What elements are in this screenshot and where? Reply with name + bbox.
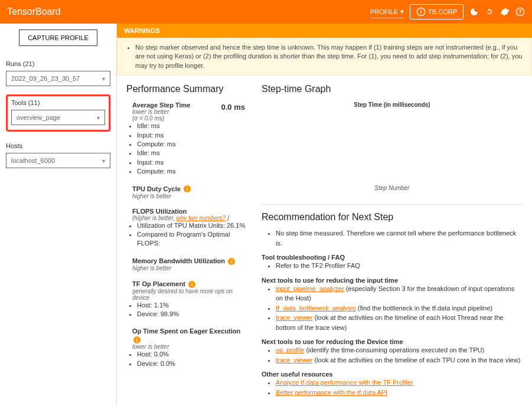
- mem-title: Memory Bandwidth Utilization: [132, 257, 225, 264]
- hosts-selected: localhost_6000: [11, 157, 55, 164]
- recommendation-section: Recommendation for Next Step No step tim…: [262, 204, 523, 397]
- eager-title: Op Time Spent on Eager Execution: [132, 328, 240, 335]
- rec-item: trace_viewer (look at the activities on …: [276, 313, 523, 332]
- input-pipeline-analyzer-link[interactable]: input_pipeline_analyzer: [276, 285, 344, 292]
- trace-viewer-link[interactable]: trace_viewer: [276, 314, 312, 321]
- hosts-label: Hosts: [6, 142, 110, 149]
- warning-item: No step marker observed and hence the st…: [135, 43, 526, 70]
- hosts-select[interactable]: localhost_6000 ▾: [6, 153, 110, 168]
- perf-title: Performance Summary: [126, 84, 250, 94]
- caret-down-icon: ▾: [102, 158, 105, 164]
- metric-item: Compute: ms: [137, 140, 250, 149]
- warnings-heading: WARNINGS: [117, 24, 532, 38]
- tpu-duty-block: TPU Duty Cycle i higher is better: [126, 185, 250, 199]
- avg-step-sigma: (σ = 0.0 ms): [132, 115, 190, 122]
- tpu-duty-sub: higher is better: [132, 193, 250, 199]
- flops-block: FLOPS Utilization (higher is better, why…: [126, 208, 250, 248]
- rec-title: Recommendation for Next Step: [262, 212, 523, 222]
- tbcorp-label: TB.CORP: [428, 8, 457, 15]
- header-right: PROFILE ▾ TB.CORP: [370, 4, 525, 19]
- mode-select-label: PROFILE: [370, 8, 398, 15]
- rec-item: Analyze tf.data performance with the TF …: [276, 378, 523, 388]
- rec-item: tf_data_bottleneck_analysis (find the bo…: [276, 303, 523, 313]
- why-two-numbers-link[interactable]: why two numbers?: [176, 215, 225, 221]
- mode-select[interactable]: PROFILE ▾: [370, 5, 404, 18]
- other-resources-heading: Other useful resources: [262, 371, 523, 378]
- metric-item: Utilization of TPU Matrix Units: 26.1%: [137, 221, 250, 230]
- sidebar: CAPTURE PROFILE Runs (21) 2022_09_26_23_…: [0, 24, 117, 406]
- faq-heading: Tool troubleshooting / FAQ: [262, 254, 523, 261]
- metric-item: Input: ms: [137, 131, 250, 140]
- flops-title: FLOPS Utilization: [132, 208, 250, 215]
- capture-profile-button[interactable]: CAPTURE PROFILE: [19, 30, 97, 46]
- runs-select[interactable]: 2022_09_26_23_30_57 ▾: [6, 71, 110, 86]
- mem-bw-block: Memory Bandwidth Utilization i higher is…: [126, 257, 250, 271]
- help-icon[interactable]: [515, 7, 525, 17]
- tools-label: Tools (11): [11, 99, 105, 106]
- runs-selected: 2022_09_26_23_30_57: [11, 75, 80, 82]
- tools-select[interactable]: overview_page ▾: [11, 110, 105, 125]
- metric-item: Device: 0.0%: [137, 359, 250, 368]
- avg-step-title: Average Step Time: [132, 102, 190, 109]
- tbcorp-button[interactable]: TB.CORP: [410, 4, 464, 19]
- svg-point-4: [520, 14, 520, 14]
- step-time-chart: Step Time (in milliseconds) Step Number: [262, 102, 523, 202]
- theme-toggle-icon[interactable]: [469, 7, 479, 17]
- performance-summary: Performance Summary Average Step Time lo…: [117, 76, 256, 405]
- metric-item: Input: ms: [137, 158, 250, 167]
- faq-item: Refer to the TF2 Profiler FAQ: [276, 261, 523, 271]
- refresh-icon[interactable]: [485, 7, 494, 17]
- metric-item: Host: 1.1%: [137, 301, 250, 310]
- chart-xlabel: Step Number: [262, 185, 523, 191]
- rec-bullet: No step time measured. Therefore we cann…: [276, 228, 523, 248]
- tfop-title: TF Op Placement: [132, 280, 185, 287]
- avg-step-sub: lower is better: [132, 109, 190, 115]
- avg-step-value: 0.0 ms: [221, 103, 245, 112]
- rec-item: Better performance with the tf.data API: [276, 388, 523, 398]
- eager-sub: lower is better: [132, 343, 250, 350]
- metric-item: Host: 0.0%: [137, 350, 250, 359]
- caret-down-icon: ▾: [102, 76, 105, 82]
- step-graph-title: Step-time Graph: [262, 84, 523, 94]
- trace-viewer-link[interactable]: trace_viewer: [276, 356, 312, 364]
- flops-sub: (higher is better, why two numbers? ): [132, 215, 250, 221]
- svg-point-2: [420, 9, 422, 11]
- settings-icon[interactable]: [500, 7, 510, 17]
- metric-item: Idle: ms: [137, 122, 250, 130]
- info-icon[interactable]: i: [188, 281, 195, 288]
- info-icon[interactable]: i: [133, 336, 141, 343]
- caret-down-icon: ▾: [400, 8, 404, 15]
- app-header: TensorBoard PROFILE ▾ TB.CORP: [0, 0, 532, 24]
- rec-item: op_profile (identify the time-consuming …: [276, 345, 523, 355]
- info-icon[interactable]: i: [228, 258, 235, 265]
- caret-down-icon: ▾: [97, 114, 100, 121]
- metric-item: Compute: ms: [137, 167, 250, 176]
- rec-item: trace_viewer (look at the activities on …: [276, 355, 523, 365]
- avg-step-time-block: Average Step Time lower is better (σ = 0…: [126, 102, 250, 176]
- info-icon: [416, 7, 426, 17]
- info-icon[interactable]: i: [184, 185, 191, 192]
- main-content: WARNINGS No step marker observed and hen…: [117, 24, 532, 406]
- runs-label: Runs (21): [6, 60, 110, 67]
- device-tools-heading: Next tools to use for reducing the Devic…: [262, 338, 523, 345]
- mem-sub: higher is better: [132, 265, 250, 271]
- analyze-tfdata-link[interactable]: Analyze tf.data performance with the TF …: [276, 379, 413, 386]
- rec-item: input_pipeline_analyzer (especially Sect…: [276, 284, 523, 303]
- tools-group-highlight: Tools (11) overview_page ▾: [6, 94, 110, 132]
- chart-inner-title: Step Time (in milliseconds): [262, 102, 523, 108]
- warnings-body: No step marker observed and hence the st…: [117, 38, 532, 76]
- metric-item: Idle: ms: [137, 149, 250, 158]
- input-tools-heading: Next tools to use for reducing the input…: [262, 277, 523, 284]
- eager-block: Op Time Spent on Eager Execution i lower…: [126, 327, 250, 368]
- op-profile-link[interactable]: op_profile: [276, 346, 304, 353]
- tools-selected: overview_page: [17, 114, 60, 121]
- metric-item: Compared to Program's Optimal FLOPS:: [137, 230, 250, 248]
- tf-data-bottleneck-link[interactable]: tf_data_bottleneck_analysis: [276, 304, 356, 312]
- tfop-sub: generally desired to have more ops on de…: [132, 288, 250, 301]
- svg-rect-1: [420, 11, 421, 14]
- metric-item: Device: 98.9%: [137, 310, 250, 319]
- tf-op-block: TF Op Placement i generally desired to h…: [126, 280, 250, 319]
- better-perf-tfdata-link[interactable]: Better performance with the tf.data API: [276, 389, 387, 396]
- app-title: TensorBoard: [7, 6, 370, 17]
- tpu-duty-title: TPU Duty Cycle: [132, 185, 181, 192]
